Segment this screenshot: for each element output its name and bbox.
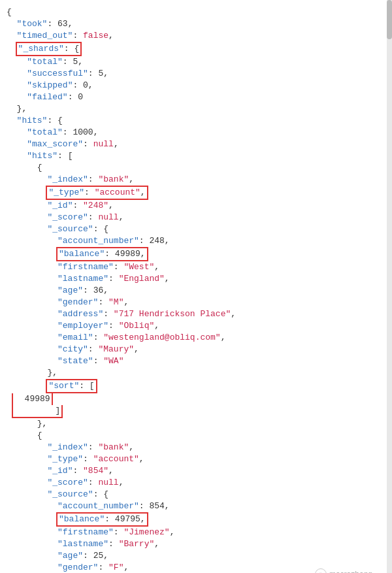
- code-line: "_index": "bank",: [7, 174, 385, 186]
- code-line-balance-1: "balance": 49989,: [7, 247, 385, 261]
- balance2-highlight: "balance": 49795,: [56, 512, 148, 527]
- code-line: {: [7, 162, 385, 174]
- code-line: "_id": "854",: [7, 465, 385, 477]
- code-line: "failed": 0: [7, 91, 385, 103]
- code-line: "city": "Maury",: [7, 344, 385, 355]
- code-line-sort-end: ]: [7, 405, 385, 418]
- code-line: "max_score": null,: [7, 139, 385, 150]
- code-line: "account_number": 854,: [7, 500, 385, 512]
- watermark: ☯ macrozheng: [315, 568, 372, 573]
- code-line-sort: "sort": [: [7, 379, 385, 393]
- code-line: "hits": {: [7, 115, 385, 127]
- code-line: "_score": null,: [7, 477, 385, 489]
- code-line: "total": 5,: [7, 56, 385, 68]
- sort-highlight: "sort": [: [46, 379, 97, 393]
- scrollbar-thumb[interactable]: [387, 0, 392, 39]
- code-line: "skipped": 0,: [7, 80, 385, 91]
- code-line-shards: "_shards": {: [7, 42, 385, 56]
- scrollbar[interactable]: [387, 0, 392, 573]
- code-line: },: [7, 367, 385, 379]
- code-line: "age": 25,: [7, 550, 385, 562]
- code-line-balance-2: "balance": 49795,: [7, 512, 385, 527]
- code-line-type: "_type": "account",: [7, 186, 385, 200]
- code-line: "total": 1000,: [7, 127, 385, 139]
- code-line: },: [7, 418, 385, 430]
- code-line: "lastname": "England",: [7, 273, 385, 285]
- shards-highlight: "_shards": {: [16, 42, 82, 56]
- code-line: "_index": "bank",: [7, 442, 385, 453]
- watermark-text: macrozheng: [329, 570, 372, 573]
- code-line: "account_number": 248,: [7, 235, 385, 247]
- code-line: "state": "WA": [7, 355, 385, 367]
- code-line: {: [7, 430, 385, 442]
- code-line: "took": 63,: [7, 18, 385, 30]
- code-line: "_id": "248",: [7, 200, 385, 212]
- code-line: "successful": 5,: [7, 68, 385, 80]
- code-line: {: [7, 7, 385, 18]
- code-line: "age": 36,: [7, 285, 385, 297]
- code-line: },: [7, 103, 385, 115]
- code-line: "_score": null,: [7, 212, 385, 223]
- code-line: "lastname": "Barry",: [7, 538, 385, 550]
- balance1-highlight: "balance": 49989,: [56, 247, 148, 261]
- code-line: "gender": "M",: [7, 297, 385, 308]
- code-line-sort-val: 49989: [7, 393, 385, 405]
- code-viewer: { "took": 63, "timed_out": false, "_shar…: [0, 0, 392, 573]
- code-line: "_source": {: [7, 223, 385, 235]
- code-line: "firstname": "West",: [7, 261, 385, 273]
- code-line: "_source": {: [7, 489, 385, 500]
- code-line: "firstname": "Jimenez",: [7, 527, 385, 538]
- code-line: "employer": "Obliq",: [7, 320, 385, 332]
- code-line: "hits": [: [7, 150, 385, 162]
- code-line: "_type": "account",: [7, 453, 385, 465]
- watermark-icon: ☯: [315, 568, 327, 573]
- type-highlight: "_type": "account",: [46, 186, 148, 200]
- code-line: "email": "westengland@obliq.com",: [7, 332, 385, 344]
- code-line: "address": "717 Hendrickson Place",: [7, 308, 385, 320]
- code-line: "timed_out": false,: [7, 30, 385, 42]
